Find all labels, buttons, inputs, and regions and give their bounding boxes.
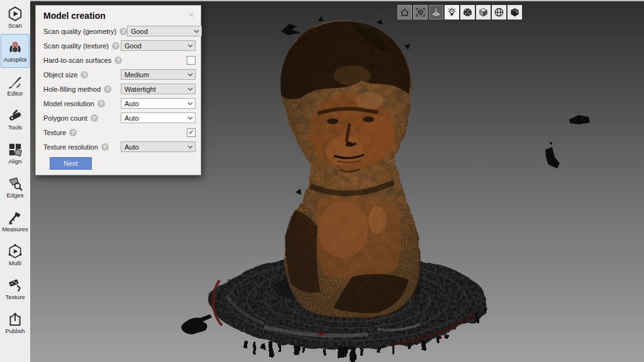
field-object-size: Object size ? Medium	[43, 69, 196, 80]
sidebar-item-label: Texture	[5, 294, 25, 300]
sidebar-item-label: Align	[8, 158, 21, 165]
field-polygon-count: Polygon count ? Auto	[43, 112, 196, 123]
texture-checkbox[interactable]: ✓	[187, 128, 196, 137]
lighting-button[interactable]	[445, 5, 459, 19]
model-creation-dialog: Model creation × Scan quality (geometry)…	[35, 5, 201, 175]
polygon-count-select[interactable]: Auto	[121, 112, 196, 123]
multi-icon	[7, 243, 23, 260]
textured-cube-icon	[509, 7, 520, 18]
field-scan-quality-geometry: Scan quality (geometry) ? Good	[43, 26, 196, 36]
field-texture: Texture ? ✓	[43, 127, 196, 138]
sidebar-item-label: Tools	[8, 124, 22, 131]
sidebar-item-measures[interactable]: Measures	[1, 204, 30, 238]
help-icon[interactable]: ?	[80, 71, 88, 79]
sidebar-item-label: Autopilot	[4, 57, 27, 63]
sidebar-item-autopilot[interactable]: Autopilot	[1, 34, 30, 68]
vertices-cube-icon	[462, 7, 473, 18]
sidebar-item-multi[interactable]: Multi	[1, 238, 30, 272]
sidebar-item-label: Editor	[8, 90, 23, 97]
sidebar-item-texture[interactable]: Texture	[1, 272, 30, 305]
lightbulb-icon	[447, 7, 457, 18]
chevron-down-icon	[187, 44, 193, 48]
solid-view-button[interactable]	[476, 5, 491, 19]
autopilot-icon	[7, 40, 23, 56]
sidebar-item-publish[interactable]: Publish	[1, 305, 30, 339]
align-icon	[7, 141, 23, 158]
scan-quality-geometry-select[interactable]: Good	[127, 26, 202, 36]
editor-icon	[7, 74, 23, 90]
chevron-down-icon	[187, 73, 193, 77]
hole-filling-select[interactable]: Watertight	[121, 84, 196, 94]
sidebar-item-label: Measures	[2, 226, 28, 233]
sidebar-item-edges[interactable]: Edges	[1, 170, 30, 204]
sphere-icon	[494, 7, 504, 18]
model-resolution-select[interactable]: Auto	[121, 98, 196, 109]
bust-model	[270, 13, 428, 327]
home-icon	[399, 7, 410, 18]
sidebar-item-label: Edges	[7, 192, 24, 199]
sidebar-item-scan[interactable]: Scan	[1, 0, 30, 34]
sidebar-item-align[interactable]: Align	[1, 136, 30, 170]
sidebar-item-editor[interactable]: Editor	[1, 68, 30, 102]
publish-icon	[7, 311, 23, 327]
help-icon[interactable]: ?	[91, 114, 98, 122]
next-button[interactable]: Next	[50, 157, 92, 170]
chevron-down-icon	[194, 30, 199, 33]
texture-icon	[7, 277, 23, 293]
field-texture-resolution: Texture resolution ? Auto	[43, 141, 196, 152]
help-icon[interactable]: ?	[104, 85, 111, 93]
vertices-view-button[interactable]	[460, 5, 475, 19]
chevron-down-icon	[187, 116, 193, 120]
field-scan-quality-texture: Scan quality (texture) ? Good	[43, 40, 196, 51]
check-icon: ✓	[188, 129, 194, 136]
edges-icon	[7, 175, 23, 192]
help-icon[interactable]: ?	[97, 100, 105, 107]
grid-button[interactable]	[429, 5, 443, 19]
smooth-view-button[interactable]	[492, 5, 506, 19]
hard-to-scan-checkbox[interactable]: ✓	[187, 56, 196, 65]
sidebar-item-label: Scan	[8, 23, 22, 29]
chevron-down-icon	[187, 87, 193, 91]
sidebar-item-label: Publish	[5, 328, 25, 334]
field-hard-to-scan: Hard-to-scan surfaces ? ✓	[43, 55, 196, 65]
fit-view-button[interactable]	[413, 5, 428, 19]
sidebar-item-tools[interactable]: Tools	[1, 102, 30, 136]
measures-icon	[7, 209, 23, 226]
sidebar-item-label: Multi	[9, 260, 21, 266]
scan-quality-texture-select[interactable]: Good	[121, 40, 196, 51]
grid-icon	[431, 7, 441, 18]
sidebar: Scan Autopilot Editor	[0, 0, 30, 362]
close-icon[interactable]: ×	[187, 11, 196, 19]
solid-cube-icon	[478, 7, 489, 18]
field-hole-filling: Hole-filling method ? Watertight	[43, 84, 196, 94]
help-icon[interactable]: ?	[114, 57, 122, 64]
home-view-button[interactable]	[397, 5, 412, 19]
help-icon[interactable]: ?	[101, 143, 109, 151]
object-size-select[interactable]: Medium	[121, 69, 196, 80]
scan-icon	[7, 6, 23, 22]
help-icon[interactable]: ?	[112, 42, 119, 50]
tools-icon	[7, 107, 23, 124]
help-icon[interactable]: ?	[69, 129, 77, 136]
textured-view-button[interactable]	[508, 5, 522, 19]
help-icon[interactable]: ?	[119, 28, 127, 35]
texture-resolution-select[interactable]: Auto	[121, 141, 196, 152]
app-window: Scan Autopilot Editor	[0, 0, 644, 362]
view-toolbar	[397, 5, 522, 19]
field-model-resolution: Model resolution ? Auto	[43, 98, 196, 109]
chevron-down-icon	[187, 145, 193, 149]
dialog-title: Model creation	[43, 11, 106, 21]
fit-view-icon	[415, 7, 426, 18]
chevron-down-icon	[187, 102, 193, 106]
